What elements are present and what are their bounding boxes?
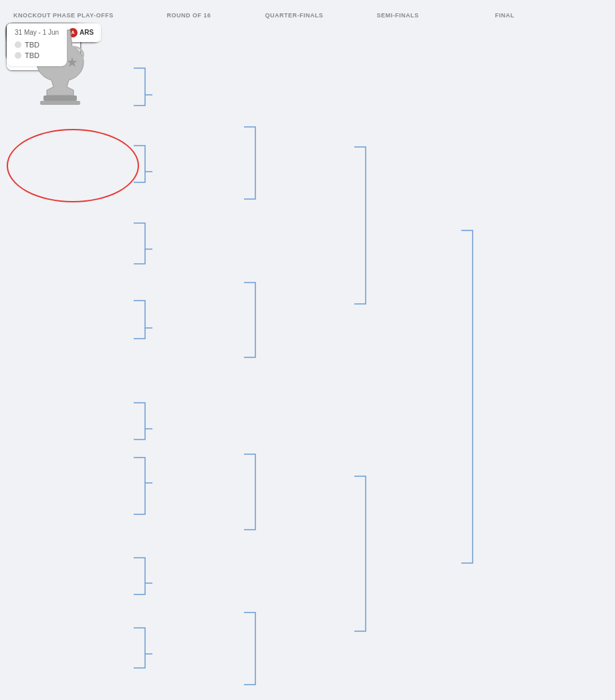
- final-match: 31 May - 1 Jun TBD TBD: [7, 23, 67, 66]
- header-sf: SEMI-FINALS: [348, 12, 448, 20]
- header-qf: QUARTER-FINALS: [241, 12, 348, 20]
- header-ko: KNOCKOUT PHASE PLAY-OFFS: [7, 12, 137, 20]
- svg-rect-2: [40, 101, 80, 105]
- header-r16: ROUND OF 16: [137, 12, 241, 20]
- red-circle-highlight: [7, 129, 139, 202]
- full-bracket: 17 M MON or 18 B BRE 15 P PSG: [7, 23, 615, 700]
- header-final: FINAL: [448, 12, 562, 20]
- bracket-wrapper: KNOCKOUT PHASE PLAY-OFFS ROUND OF 16 QUA…: [0, 0, 615, 700]
- header-strip: KNOCKOUT PHASE PLAY-OFFS ROUND OF 16 QUA…: [7, 7, 615, 23]
- svg-rect-1: [43, 96, 77, 101]
- bracket-lines: [7, 23, 615, 700]
